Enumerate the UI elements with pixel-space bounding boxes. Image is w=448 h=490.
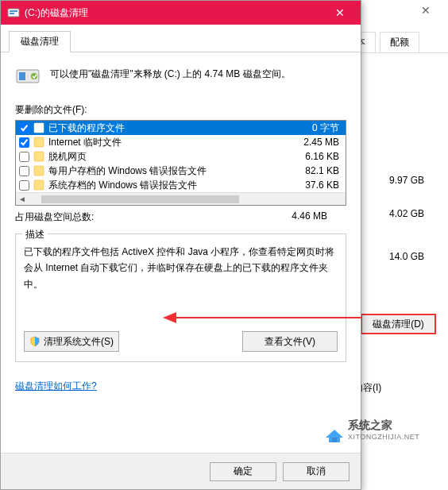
parent-close-button[interactable]: ✕ bbox=[410, 2, 442, 19]
svg-rect-1 bbox=[10, 10, 17, 12]
file-name: 脱机网页 bbox=[48, 150, 284, 164]
drive-cleanup-icon bbox=[15, 64, 41, 89]
clean-system-files-button[interactable]: 清理系统文件(S) bbox=[24, 331, 119, 352]
svg-rect-4 bbox=[19, 72, 25, 80]
file-checkbox[interactable] bbox=[19, 180, 29, 191]
tab-disk-cleanup[interactable]: 磁盘清理 bbox=[9, 31, 71, 52]
watermark-url: XITONGZHIJIA.NET bbox=[348, 433, 443, 441]
file-list-row[interactable]: 脱机网页6.16 KB bbox=[16, 149, 346, 164]
file-type-icon bbox=[33, 122, 45, 134]
dialog-tabs: 磁盘清理 bbox=[1, 25, 361, 52]
file-list-row[interactable]: 系统存档的 Windows 错误报告文件37.6 KB bbox=[16, 178, 346, 192]
how-it-works-link[interactable]: 磁盘清理如何工作? bbox=[15, 380, 97, 393]
description-group: 描述 已下载的程序文件包括 ActiveX 控件和 Java 小程序，你查看特定… bbox=[15, 233, 346, 362]
file-name: Internet 临时文件 bbox=[48, 136, 284, 149]
file-type-icon bbox=[33, 164, 45, 177]
file-type-icon bbox=[33, 179, 45, 191]
svg-rect-9 bbox=[34, 166, 44, 176]
file-size: 6.16 KB bbox=[287, 151, 342, 162]
titlebar[interactable]: (C:)的磁盘清理 ✕ bbox=[1, 1, 361, 25]
dialog-title: (C:)的磁盘清理 bbox=[25, 6, 322, 20]
file-name: 已下载的程序文件 bbox=[48, 122, 284, 135]
description-text: 已下载的程序文件包括 ActiveX 控件和 Java 小程序，你查看特定网页时… bbox=[24, 244, 338, 323]
view-files-button[interactable]: 查看文件(V) bbox=[242, 331, 338, 352]
file-list[interactable]: 已下载的程序文件0 字节Internet 临时文件2.45 MB脱机网页6.16… bbox=[15, 120, 346, 206]
watermark: 系统之家 XITONGZHIJIA.NET bbox=[348, 419, 443, 450]
file-checkbox[interactable] bbox=[19, 166, 29, 176]
file-checkbox[interactable] bbox=[19, 152, 29, 162]
file-size: 0 字节 bbox=[287, 122, 342, 135]
cancel-button[interactable]: 取消 bbox=[283, 462, 350, 481]
disk-cleanup-dialog: (C:)的磁盘清理 ✕ 磁盘清理 可以使用"磁盘清理"来释放 (C:) 上的 4… bbox=[0, 0, 361, 490]
file-checkbox[interactable] bbox=[19, 123, 29, 133]
shield-icon bbox=[29, 336, 41, 347]
close-button[interactable]: ✕ bbox=[322, 3, 357, 22]
total-value: 4.46 MB bbox=[292, 210, 327, 224]
intro-text: 可以使用"磁盘清理"来释放 (C:) 上的 4.74 MB 磁盘空间。 bbox=[50, 64, 291, 81]
svg-rect-7 bbox=[34, 137, 44, 147]
watermark-brand: 系统之家 bbox=[348, 419, 443, 433]
file-list-row[interactable]: Internet 临时文件2.45 MB bbox=[16, 135, 346, 149]
file-size: 37.6 KB bbox=[287, 179, 342, 191]
ok-button[interactable]: 确定 bbox=[210, 462, 276, 481]
dialog-footer: 确定 取消 bbox=[1, 453, 361, 489]
description-legend: 描述 bbox=[22, 228, 48, 241]
svg-rect-13 bbox=[332, 438, 337, 442]
file-name: 系统存档的 Windows 错误报告文件 bbox=[48, 179, 284, 192]
file-type-icon bbox=[33, 150, 45, 163]
file-checkbox[interactable] bbox=[19, 137, 29, 148]
tab-quota[interactable]: 配额 bbox=[380, 32, 419, 52]
svg-rect-6 bbox=[34, 123, 44, 133]
file-name: 每用户存档的 Windows 错误报告文件 bbox=[48, 164, 284, 178]
disk-cleanup-button[interactable]: 磁盘清理(D) bbox=[361, 314, 436, 334]
svg-rect-10 bbox=[34, 180, 44, 190]
horizontal-scrollbar[interactable]: ◄ bbox=[16, 192, 346, 205]
file-list-row[interactable]: 已下载的程序文件0 字节 bbox=[16, 121, 346, 135]
file-type-icon bbox=[33, 136, 45, 149]
file-list-row[interactable]: 每用户存档的 Windows 错误报告文件82.1 KB bbox=[16, 164, 346, 178]
disk-cleanup-icon bbox=[7, 6, 20, 19]
total-label: 占用磁盘空间总数: bbox=[15, 210, 94, 224]
watermark-logo-icon bbox=[324, 423, 345, 444]
files-to-delete-label: 要删除的文件(F): bbox=[15, 103, 346, 117]
file-size: 2.45 MB bbox=[287, 137, 342, 148]
file-size: 82.1 KB bbox=[287, 165, 342, 176]
svg-rect-2 bbox=[10, 13, 14, 14]
svg-rect-8 bbox=[34, 152, 44, 161]
